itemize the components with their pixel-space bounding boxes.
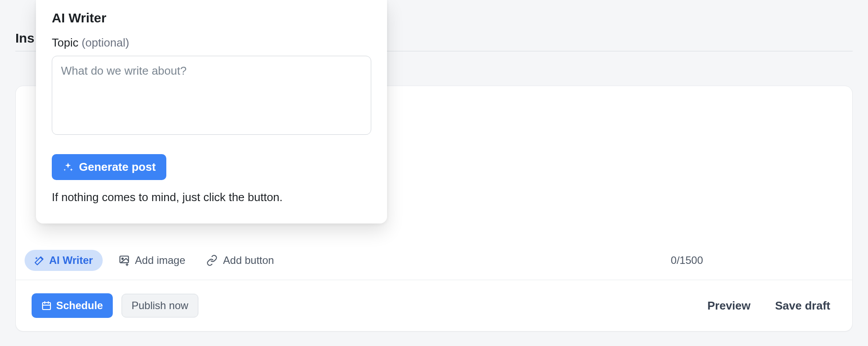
add-image-button[interactable]: Add image [113, 251, 191, 270]
tab-partial-text[interactable]: Ins [15, 31, 34, 45]
editor-footer: Schedule Publish now Preview Save draft [16, 280, 852, 331]
schedule-button[interactable]: Schedule [32, 293, 113, 318]
publish-now-label: Publish now [132, 299, 188, 312]
save-draft-button[interactable]: Save draft [769, 296, 836, 316]
topic-label-text: Topic [52, 36, 79, 49]
add-button-label: Add button [223, 254, 274, 267]
add-button-button[interactable]: Add button [201, 251, 279, 270]
svg-rect-2 [43, 303, 50, 310]
generate-post-label: Generate post [79, 160, 156, 174]
popover-title: AI Writer [52, 11, 371, 25]
sparkles-icon [62, 162, 74, 173]
footer-right: Preview Save draft [701, 296, 836, 316]
character-count: 0/1500 [671, 254, 843, 267]
publish-now-button[interactable]: Publish now [122, 294, 198, 317]
schedule-label: Schedule [56, 299, 103, 312]
add-image-label: Add image [135, 254, 186, 267]
topic-optional-text: (optional) [82, 36, 129, 49]
ai-writer-popover: AI Writer Topic (optional) Generate post… [36, 0, 387, 223]
svg-point-1 [122, 258, 123, 260]
editor-toolbar: AI Writer Add image [16, 250, 852, 280]
link-icon [206, 255, 218, 266]
image-plus-icon [118, 255, 130, 266]
topic-field-label: Topic (optional) [52, 36, 371, 50]
ai-writer-toggle-label: AI Writer [49, 254, 93, 267]
preview-button[interactable]: Preview [701, 296, 757, 316]
generate-hint-text: If nothing comes to mind, just click the… [52, 191, 371, 204]
calendar-icon [41, 300, 52, 311]
ai-writer-toggle-button[interactable]: AI Writer [25, 250, 103, 271]
toolbar-left: AI Writer Add image [25, 250, 279, 271]
magic-wand-icon [34, 255, 45, 266]
generate-post-button[interactable]: Generate post [52, 154, 166, 180]
topic-input[interactable] [52, 56, 371, 135]
